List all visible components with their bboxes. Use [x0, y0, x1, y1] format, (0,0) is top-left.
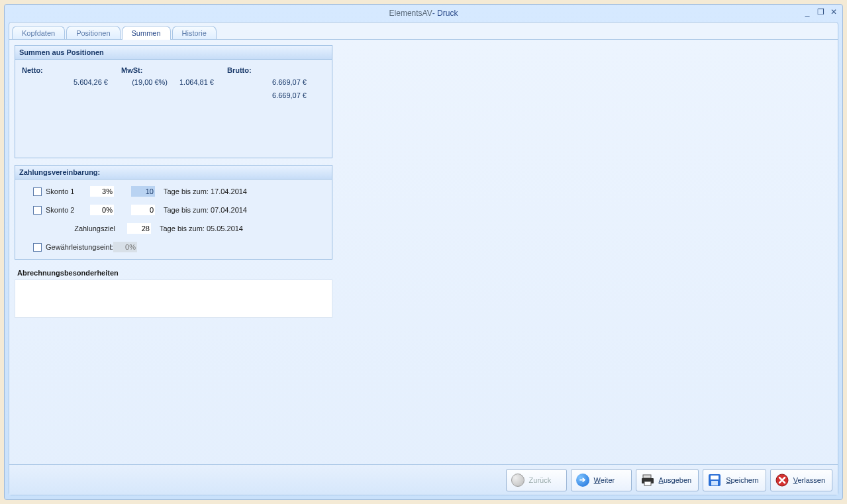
svg-rect-0 — [643, 475, 651, 478]
col-netto: Netto: — [22, 66, 121, 74]
workspace: Summen aus Positionen Netto: MwSt: Brutt… — [9, 39, 838, 495]
tabs: Kopfdaten Positionen Summen Historie — [9, 23, 838, 39]
skonto2-row: Skonto 2 Tage bis zum: 07.04.2014 — [15, 201, 332, 219]
tab-kopfdaten[interactable]: Kopfdaten — [12, 26, 65, 40]
output-button-label: Ausgeben — [659, 476, 692, 484]
window-controls: _ ❐ ✕ — [803, 7, 838, 17]
einbehalt-label: Gewährleistungseinbehalt: — [46, 244, 109, 251]
sums-row-1: 5.604,26 € (19,00 €%) 1.064,81 € 6.669,0… — [15, 76, 332, 89]
brutto-total: 6.669,07 € — [227, 91, 320, 99]
mwst-value: 1.064,81 € — [168, 78, 227, 86]
notes-header: Abrechnungsbesonderheiten — [15, 266, 832, 279]
payment-group-body: Skonto 1 Tage bis zum: 17.04.2014 Skonto… — [15, 179, 332, 259]
maximize-button[interactable]: ❐ — [816, 7, 825, 17]
close-icon — [775, 473, 789, 487]
content-area: Kopfdaten Positionen Summen Historie Sum… — [9, 22, 838, 495]
save-button[interactable]: Speichern — [703, 469, 766, 491]
einbehalt-percent-input[interactable] — [113, 241, 138, 253]
save-icon — [707, 473, 722, 487]
forward-button-label: Weiter — [594, 476, 615, 484]
skonto2-percent-input[interactable] — [89, 204, 115, 216]
sums-group-body: Netto: MwSt: Brutto: 5.604,26 € (19,00 €… — [15, 60, 332, 158]
payment-group-header: Zahlungsvereinbarung: — [15, 166, 332, 179]
save-button-label: Speichern — [726, 476, 759, 484]
ziel-row: Zahlungsziel Tage bis zum: 05.05.2014 — [15, 219, 332, 238]
forward-button[interactable]: ➔ Weiter — [571, 469, 632, 491]
skonto1-date-label: Tage bis zum: 17.04.2014 — [164, 187, 247, 195]
title-sub: - Druck — [432, 9, 458, 18]
tab-positionen[interactable]: Positionen — [66, 26, 120, 40]
output-button[interactable]: Ausgeben — [636, 469, 699, 491]
exit-button[interactable]: Verlassen — [770, 469, 832, 491]
skonto2-days-input[interactable] — [130, 204, 156, 216]
close-button[interactable]: ✕ — [829, 7, 838, 17]
svg-rect-4 — [711, 476, 719, 479]
ziel-label: Zahlungsziel — [46, 225, 115, 232]
back-button[interactable]: Zurück — [506, 469, 567, 491]
skonto2-date-label: Tage bis zum: 07.04.2014 — [164, 206, 247, 214]
mwst-rate: (19,00 €%) — [121, 78, 168, 86]
tab-historie[interactable]: Historie — [172, 26, 217, 40]
title-main: ElementsAV — [389, 9, 432, 18]
app-window: ElementsAV - Druck _ ❐ ✕ Kopfdaten Posit… — [4, 4, 843, 500]
einbehalt-checkbox[interactable] — [33, 243, 42, 252]
col-brutto: Brutto: — [227, 66, 320, 74]
skonto2-label: Skonto 2 — [46, 206, 85, 214]
arrow-back-icon — [511, 473, 525, 487]
sums-columns: Netto: MwSt: Brutto: — [15, 62, 332, 76]
footer-bar: Zurück ➔ Weiter Ausgeben Speichern — [9, 464, 838, 495]
notes-textarea[interactable] — [15, 279, 332, 318]
ziel-days-input[interactable] — [126, 223, 152, 234]
back-button-label: Zurück — [529, 476, 552, 484]
brutto-value: 6.669,07 € — [227, 78, 320, 86]
skonto1-checkbox[interactable] — [33, 187, 42, 196]
exit-button-label: Verlassen — [793, 476, 825, 484]
tab-summen[interactable]: Summen — [122, 26, 171, 40]
payment-group: Zahlungsvereinbarung: Skonto 1 Tage bis … — [15, 165, 332, 260]
netto-value: 5.604,26 € — [22, 78, 121, 86]
sums-group-header: Summen aus Positionen — [15, 46, 332, 60]
sums-group: Summen aus Positionen Netto: MwSt: Brutt… — [15, 45, 332, 158]
skonto1-label: Skonto 1 — [46, 187, 85, 195]
sums-row-total: 6.669,07 € — [15, 89, 332, 102]
col-mwst: MwSt: — [121, 66, 227, 74]
einbehalt-row: Gewährleistungseinbehalt: — [15, 238, 332, 256]
skonto2-checkbox[interactable] — [33, 206, 42, 215]
printer-icon — [640, 473, 655, 487]
svg-rect-5 — [711, 481, 718, 485]
minimize-button[interactable]: _ — [803, 7, 812, 17]
arrow-forward-icon: ➔ — [575, 473, 590, 487]
titlebar: ElementsAV - Druck _ ❐ ✕ — [5, 5, 842, 22]
ziel-date-label: Tage bis zum: 05.05.2014 — [160, 225, 243, 232]
skonto1-percent-input[interactable] — [89, 185, 115, 197]
skonto1-row: Skonto 1 Tage bis zum: 17.04.2014 — [15, 182, 332, 201]
skonto1-days-input[interactable] — [130, 185, 156, 197]
svg-rect-2 — [644, 481, 651, 485]
